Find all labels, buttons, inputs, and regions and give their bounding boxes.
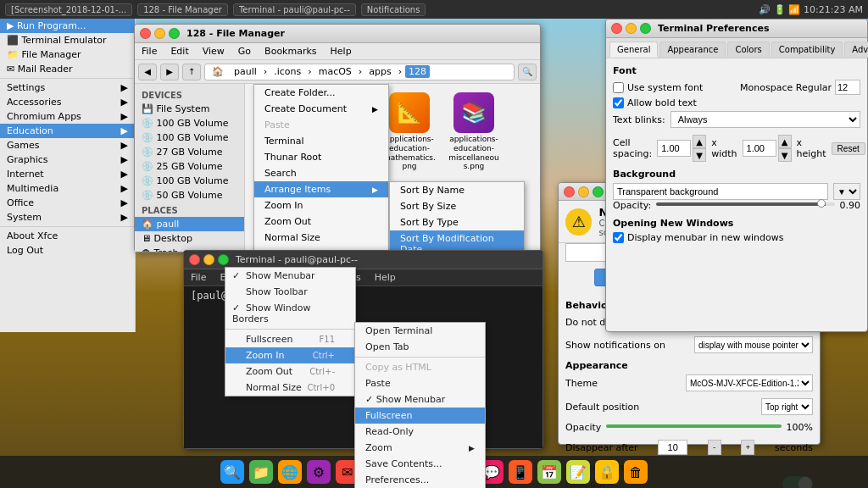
ctx-search[interactable]: Search — [254, 165, 388, 181]
minimize-button[interactable] — [154, 28, 165, 39]
view-fullscreen[interactable]: Fullscreen F11 — [225, 331, 355, 347]
tab-advanced[interactable]: Advanced — [844, 42, 868, 58]
rctx-fullscreen[interactable]: Fullscreen — [355, 408, 485, 424]
fm-menu-go[interactable]: Go — [235, 45, 254, 58]
font-size-input[interactable] — [835, 80, 860, 95]
taskbar-notes[interactable]: 📝 — [566, 460, 590, 484]
fm-menu-bookmarks[interactable]: Bookmarks — [261, 45, 320, 58]
show-notif-on-select[interactable]: display with mouse pointer — [694, 336, 813, 353]
sidebar-run-program[interactable]: ▶ Run Program... — [0, 19, 135, 33]
sidebar-terminal[interactable]: ⬛ Terminal Emulator — [0, 33, 135, 47]
cell-width-input[interactable] — [657, 140, 691, 157]
rctx-zoom[interactable]: Zoom ▶ — [355, 440, 485, 456]
sidebar-25gb[interactable]: 💿 25 GB Volume — [135, 159, 244, 174]
taskbar-terminal[interactable]: Terminal - pauli@paul-pc-- — [233, 3, 356, 16]
sidebar-filemanager[interactable]: 📁 File Manager — [0, 47, 135, 62]
sidebar-100gb-1[interactable]: 💿 100 GB Volume — [135, 116, 244, 130]
use-system-font-checkbox[interactable] — [613, 82, 624, 93]
sort-by-size[interactable]: Sort By Size — [390, 198, 524, 214]
path-home[interactable]: 🏠 — [209, 65, 227, 78]
path-128[interactable]: 128 — [405, 65, 430, 78]
notif-max-btn[interactable] — [593, 186, 604, 197]
maximize-button[interactable] — [169, 28, 180, 39]
allow-bold-checkbox[interactable] — [613, 97, 624, 108]
ctx-create-doc[interactable]: Create Document ▶ — [254, 101, 388, 117]
cell-height-input[interactable] — [743, 140, 776, 157]
path-apps[interactable]: apps — [365, 65, 394, 78]
ctx-zoom-in[interactable]: Zoom In — [254, 197, 388, 214]
tab-compatibility[interactable]: Compatibility — [771, 42, 843, 58]
sidebar-system[interactable]: System ▶ — [0, 210, 135, 225]
sidebar-multimedia[interactable]: Multimedia ▶ — [0, 181, 135, 196]
cell-width-down[interactable]: ▼ — [693, 148, 706, 162]
notif-min-btn[interactable] — [578, 186, 589, 197]
opacity-slider-thumb[interactable] — [817, 199, 826, 208]
sidebar-accessories[interactable]: Accessories ▶ — [0, 95, 135, 109]
view-normal-size[interactable]: Normal Size Ctrl+0 — [225, 380, 355, 396]
cell-width-up[interactable]: ▲ — [693, 135, 706, 148]
tab-general[interactable]: General — [609, 42, 658, 58]
ctx-normal-size[interactable]: Normal Size — [254, 230, 388, 246]
sidebar-chromium[interactable]: Chromium Apps ▶ — [0, 109, 135, 124]
notif-close-btn[interactable] — [564, 186, 575, 197]
taskbar-files[interactable]: 📁 — [249, 460, 273, 484]
ctx-zoom-out[interactable]: Zoom Out — [254, 214, 388, 230]
view-show-toolbar[interactable]: Show Toolbar — [225, 284, 355, 300]
ctx-create-folder[interactable]: Create Folder... — [254, 85, 388, 101]
fm-menu-view[interactable]: View — [199, 45, 228, 58]
path-paull[interactable]: paull — [231, 65, 260, 78]
ctx-terminal[interactable]: Terminal — [254, 133, 388, 149]
tab-appearance[interactable]: Appearance — [659, 42, 726, 58]
rctx-save-contents[interactable]: Save Contents... — [355, 456, 485, 472]
file-education-misc[interactable]: 📚 applications-education-miscellaneous.p… — [445, 91, 503, 173]
sidebar-100gb-2[interactable]: 💿 100 GB Volume — [135, 130, 244, 145]
prefs-close-btn[interactable] — [611, 23, 622, 34]
rctx-open-terminal[interactable]: Open Terminal — [355, 323, 485, 339]
rctx-show-menubar[interactable]: ✓ Show Menubar — [355, 391, 485, 408]
rctx-read-only[interactable]: Read-Only — [355, 424, 485, 440]
taskbar-apps[interactable]: 📱 — [509, 460, 532, 484]
display-menubar-checkbox[interactable] — [613, 232, 624, 243]
taskbar-calendar[interactable]: 📅 — [537, 460, 561, 484]
sort-by-modification-date[interactable]: Sort By Modification Date — [390, 230, 524, 252]
opacity-slider[interactable] — [656, 202, 834, 206]
fm-menu-help[interactable]: Help — [327, 45, 355, 58]
taskbar-notifications[interactable]: Notifications — [361, 3, 426, 16]
sidebar-settings[interactable]: Settings ▶ — [0, 80, 135, 95]
fm-menu-edit[interactable]: Edit — [167, 45, 192, 58]
path-icons[interactable]: .icons — [270, 65, 304, 78]
sidebar-graphics[interactable]: Graphics ▶ — [0, 152, 135, 167]
nav-reload[interactable]: 🔍 — [518, 64, 537, 80]
sidebar-logout[interactable]: Log Out — [0, 243, 135, 258]
terminal-max-btn[interactable] — [218, 254, 229, 265]
sidebar-desktop-place[interactable]: 🖥 Desktop — [135, 231, 244, 246]
rctx-preferences[interactable]: Preferences... — [355, 472, 485, 488]
sidebar-education[interactable]: Education ▶ — [0, 124, 135, 138]
sidebar-internet[interactable]: Internet ▶ — [0, 167, 135, 181]
view-zoom-out[interactable]: Zoom Out Ctrl+- — [225, 363, 355, 380]
rctx-paste[interactable]: Paste — [355, 375, 485, 391]
sort-by-name[interactable]: Sort By Name — [390, 182, 524, 198]
sidebar-mailreader[interactable]: ✉ Mail Reader — [0, 62, 135, 76]
disappear-plus-btn[interactable]: + — [741, 440, 754, 455]
fm-menu-file[interactable]: File — [138, 45, 160, 58]
text-blinks-select[interactable]: Always — [670, 111, 860, 128]
taskbar-finder[interactable]: 🔍 — [220, 460, 244, 484]
sidebar-games[interactable]: Games ▶ — [0, 138, 135, 152]
path-macos[interactable]: macOS — [315, 65, 355, 78]
sidebar-27gb[interactable]: 💿 27 GB Volume — [135, 145, 244, 159]
sidebar-paull-place[interactable]: 🏠 paull — [135, 217, 244, 231]
sidebar-filesystem[interactable]: 💾 File System — [135, 102, 244, 116]
sidebar-100gb-3[interactable]: 💿 100 GB Volume — [135, 174, 244, 188]
notif-opacity-slider[interactable] — [606, 424, 781, 428]
terminal-close-btn[interactable] — [189, 254, 200, 265]
close-button[interactable] — [140, 28, 151, 39]
sidebar-50gb[interactable]: 💿 50 GB Volume — [135, 188, 244, 202]
file-education-math[interactable]: 📐 applications-education-mathematics.png — [381, 91, 438, 173]
taskbar-settings2[interactable]: ⚙️ — [307, 460, 331, 484]
cell-height-down[interactable]: ▼ — [778, 148, 792, 162]
taskbar-filemanager[interactable]: 128 - File Manager — [137, 3, 228, 16]
default-position-select[interactable]: Top right — [761, 398, 813, 415]
nav-back[interactable]: ◀ — [138, 64, 157, 80]
disappear-minus-btn[interactable]: - — [708, 440, 721, 455]
